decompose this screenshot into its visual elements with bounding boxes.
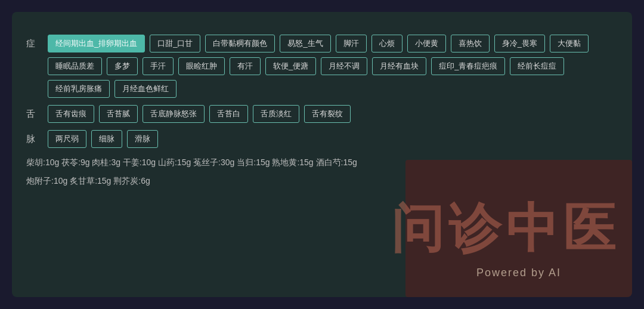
tag-item[interactable]: 舌底静脉怒张	[143, 105, 205, 123]
tag-item[interactable]: 舌苔腻	[99, 105, 138, 123]
tag-item[interactable]: 脚汗	[336, 35, 367, 52]
mai-label: 脉	[26, 130, 41, 145]
tag-item[interactable]: 眼睑红肿	[178, 57, 225, 75]
tag-item[interactable]: 月经有血块	[372, 57, 426, 75]
main-card: 症 经间期出血_排卵期出血口甜_口甘白带黏稠有颜色易怒_生气脚汗心烦小便黄喜热饮…	[12, 12, 632, 297]
mai-tags: 两尺弱细脉滑脉	[48, 130, 618, 148]
tag-item[interactable]: 喜热饮	[451, 35, 490, 52]
tag-item[interactable]: 舌苔白	[209, 105, 248, 123]
tag-item[interactable]: 经间期出血_排卵期出血	[48, 35, 145, 52]
tag-item[interactable]: 大便黏	[550, 35, 589, 52]
watermark-chinese: 问诊中医	[391, 203, 620, 255]
tag-item[interactable]: 舌有齿痕	[48, 105, 94, 123]
zheng-section: 症 经间期出血_排卵期出血口甜_口甘白带黏稠有颜色易怒_生气脚汗心烦小便黄喜热饮…	[26, 35, 618, 98]
tag-item[interactable]: 多梦	[107, 57, 138, 75]
tag-item[interactable]: 手汗	[143, 57, 174, 75]
tag-item[interactable]: 易怒_生气	[280, 35, 330, 52]
mai-section: 脉 两尺弱细脉滑脉	[26, 130, 618, 148]
tag-item[interactable]: 滑脉	[127, 130, 158, 148]
tag-item[interactable]: 白带黏稠有颜色	[205, 35, 275, 52]
tag-item[interactable]: 两尺弱	[48, 130, 86, 148]
she-tags: 舌有齿痕舌苔腻舌底静脉怒张舌苔白舌质淡红舌有裂纹	[48, 105, 618, 123]
tag-item[interactable]: 有汗	[230, 57, 261, 75]
tag-item[interactable]: 口甜_口甘	[150, 35, 200, 52]
she-section: 舌 舌有齿痕舌苔腻舌底静脉怒张舌苔白舌质淡红舌有裂纹	[26, 105, 618, 123]
zheng-tags: 经间期出血_排卵期出血口甜_口甘白带黏稠有颜色易怒_生气脚汗心烦小便黄喜热饮身冷…	[48, 35, 618, 98]
tag-item[interactable]: 月经血色鲜红	[114, 80, 177, 98]
tag-item[interactable]: 睡眠品质差	[48, 57, 102, 75]
tag-item[interactable]: 舌有裂纹	[304, 105, 351, 123]
tag-item[interactable]: 心烦	[371, 35, 402, 52]
tag-item[interactable]: 痘印_青春痘疤痕	[431, 57, 505, 75]
tag-item[interactable]: 月经不调	[321, 57, 367, 75]
tag-item[interactable]: 舌质淡红	[253, 105, 299, 123]
watermark-powered: Powered by AI	[417, 267, 620, 279]
tag-item[interactable]: 经前乳房胀痛	[48, 80, 110, 98]
tag-item[interactable]: 细脉	[91, 130, 122, 148]
she-label: 舌	[26, 105, 41, 120]
zheng-label: 症	[26, 35, 41, 50]
tag-item[interactable]: 软便_便溏	[265, 57, 316, 75]
tag-item[interactable]: 经前长痘痘	[510, 57, 564, 75]
tag-item[interactable]: 身冷_畏寒	[494, 35, 545, 52]
tag-item[interactable]: 小便黄	[407, 35, 446, 52]
